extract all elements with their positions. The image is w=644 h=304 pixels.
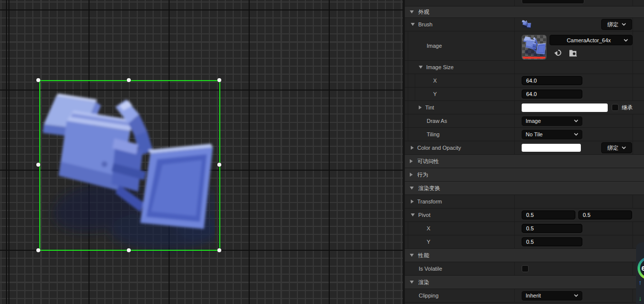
resize-handle-bottom[interactable] bbox=[127, 248, 131, 252]
row-is-volatile: Is Volatile bbox=[405, 262, 644, 276]
chevron-down-icon bbox=[574, 133, 578, 136]
pivot-y-input[interactable] bbox=[578, 210, 632, 219]
use-selected-asset-icon[interactable] bbox=[554, 49, 562, 57]
row-clipped-top bbox=[405, 0, 644, 6]
image-asset-combobox[interactable]: CameraActor_64x bbox=[550, 35, 633, 45]
chevron-down-icon[interactable] bbox=[410, 254, 414, 257]
color-bind-button[interactable]: 绑定 bbox=[601, 142, 632, 153]
y-label: Y bbox=[433, 91, 437, 97]
tint-label: Tint bbox=[425, 104, 434, 110]
category-appearance[interactable]: 外观 bbox=[405, 6, 644, 18]
arrow-down-icon: ↓ bbox=[639, 295, 642, 302]
clipping-value: Inherit bbox=[526, 293, 574, 299]
category-label: 性能 bbox=[418, 252, 429, 259]
row-draw-as: Draw As Image bbox=[405, 114, 644, 128]
color-and-opacity-label: Color and Opacity bbox=[417, 145, 461, 151]
umg-editor: 外观 Brush 绑定 Image bbox=[0, 0, 644, 304]
image-size-label: Image Size bbox=[426, 64, 454, 70]
chevron-right-icon[interactable] bbox=[410, 173, 413, 177]
image-label: Image bbox=[427, 43, 442, 49]
resize-handle-top-left[interactable] bbox=[36, 78, 40, 82]
chevron-right-icon[interactable] bbox=[410, 159, 413, 163]
row-pivot: Pivot bbox=[405, 208, 644, 222]
resize-handle-left[interactable] bbox=[36, 163, 40, 167]
x-label: X bbox=[433, 78, 437, 84]
clipping-dropdown[interactable]: Inherit bbox=[522, 291, 582, 301]
image-asset-thumbnail[interactable] bbox=[522, 35, 547, 60]
tiling-value: No Tile bbox=[526, 131, 574, 137]
row-image-size-x: X bbox=[405, 74, 644, 88]
chevron-right-icon[interactable] bbox=[411, 200, 414, 203]
row-tiling: Tiling No Tile bbox=[405, 128, 644, 141]
category-rendering[interactable]: 渲染 bbox=[405, 276, 644, 289]
asset-type-color-bar bbox=[523, 57, 546, 59]
pivot-x-child-input[interactable] bbox=[522, 224, 582, 233]
category-performance[interactable]: 性能 bbox=[405, 249, 644, 262]
draw-as-value: Image bbox=[526, 118, 574, 124]
chevron-right-icon[interactable] bbox=[419, 105, 422, 109]
chevron-down-icon[interactable] bbox=[411, 23, 415, 26]
camera-thumbnail-icon bbox=[523, 36, 546, 58]
pivot-y-child-input[interactable] bbox=[522, 237, 582, 246]
category-label: 渲染变换 bbox=[418, 185, 440, 192]
resize-handle-right[interactable] bbox=[217, 163, 221, 167]
tint-inherit-checkbox[interactable] bbox=[612, 104, 619, 111]
chevron-down-icon[interactable] bbox=[419, 66, 423, 69]
tiling-dropdown[interactable]: No Tile bbox=[522, 130, 582, 139]
row-image-size-y: Y bbox=[405, 88, 644, 101]
clipped-input[interactable] bbox=[522, 0, 584, 4]
draw-as-dropdown[interactable]: Image bbox=[522, 116, 582, 126]
details-panel: 外观 Brush 绑定 Image bbox=[403, 0, 644, 304]
pivot-x-input[interactable] bbox=[522, 210, 575, 219]
resize-handle-top-right[interactable] bbox=[217, 78, 221, 82]
category-render-transform[interactable]: 渲染变换 bbox=[405, 182, 644, 195]
brush-bind-button[interactable]: 绑定 bbox=[601, 19, 632, 30]
row-pivot-y: Y bbox=[405, 235, 644, 249]
is-volatile-label: Is Volatile bbox=[419, 266, 442, 272]
color-and-opacity-swatch[interactable] bbox=[522, 144, 581, 152]
chevron-down-icon[interactable] bbox=[410, 281, 414, 284]
image-size-x-input[interactable] bbox=[522, 76, 582, 85]
chevron-down-icon bbox=[622, 146, 626, 149]
chevron-down-icon[interactable] bbox=[410, 187, 414, 190]
chevron-down-icon bbox=[574, 294, 578, 297]
transform-label: Transform bbox=[417, 199, 442, 204]
row-color-and-opacity: Color and Opacity 绑定 bbox=[405, 141, 644, 155]
pivot-label: Pivot bbox=[418, 212, 430, 218]
clipping-label: Clipping bbox=[419, 293, 439, 299]
browse-to-asset-icon[interactable] bbox=[568, 49, 577, 57]
row-image: Image CameraActor_64x bbox=[405, 31, 644, 61]
designer-canvas[interactable] bbox=[0, 0, 403, 304]
y-label: Y bbox=[427, 239, 430, 245]
resize-handle-bottom-right[interactable] bbox=[217, 248, 221, 252]
is-volatile-checkbox[interactable] bbox=[522, 265, 529, 272]
x-label: X bbox=[427, 225, 430, 231]
category-behavior[interactable]: 行为 bbox=[405, 168, 644, 182]
chevron-right-icon[interactable] bbox=[411, 146, 414, 150]
chevron-down-icon[interactable] bbox=[410, 10, 414, 13]
row-tint: Tint 继承 bbox=[405, 101, 644, 114]
category-label: 行为 bbox=[417, 171, 428, 179]
resize-handle-top[interactable] bbox=[127, 78, 131, 82]
tint-color-swatch[interactable] bbox=[522, 103, 608, 112]
image-size-y-input[interactable] bbox=[522, 90, 582, 99]
tiling-label: Tiling bbox=[427, 131, 440, 137]
row-brush: Brush 绑定 bbox=[405, 18, 644, 31]
draw-as-label: Draw As bbox=[427, 118, 447, 124]
chevron-down-icon bbox=[622, 23, 626, 26]
asset-name: CameraActor_64x bbox=[554, 37, 624, 43]
row-clipping: Clipping Inherit bbox=[405, 289, 644, 303]
row-transform: Transform bbox=[405, 195, 644, 208]
chevron-down-icon bbox=[574, 119, 578, 122]
category-label: 外观 bbox=[418, 8, 429, 16]
row-image-size: Image Size bbox=[405, 61, 644, 74]
category-accessibility[interactable]: 可访问性 bbox=[405, 155, 644, 168]
bind-label: 绑定 bbox=[608, 21, 619, 28]
category-label: 渲染 bbox=[418, 279, 429, 286]
arrow-up-icon: ↑ bbox=[639, 279, 642, 286]
row-pivot-x: X bbox=[405, 222, 644, 235]
chevron-down-icon[interactable] bbox=[411, 213, 415, 216]
resize-handle-bottom-left[interactable] bbox=[36, 248, 40, 252]
selection-outline bbox=[39, 80, 220, 251]
gauge-value: 6 bbox=[642, 265, 644, 272]
